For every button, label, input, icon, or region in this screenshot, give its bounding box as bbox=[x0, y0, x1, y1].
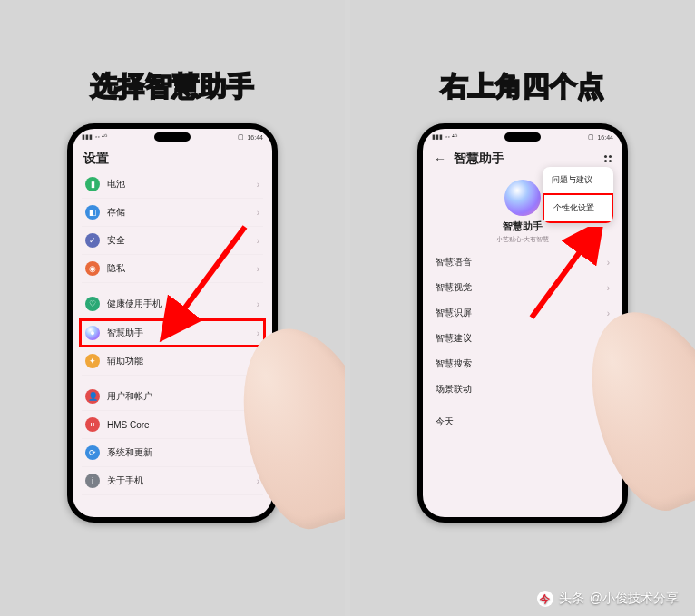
list-item-label: 辅助功能 bbox=[107, 355, 143, 367]
toutiao-logo-icon: 今 bbox=[537, 591, 553, 607]
list-item-label: HMS Core bbox=[107, 420, 150, 430]
list-item-scene[interactable]: 场景联动› bbox=[432, 376, 613, 402]
assistant-list: 智慧语音› 智慧视觉› 智慧识屏› 智慧建议› 智慧搜索› 场景联动› 今天› bbox=[423, 249, 622, 435]
list-item-label: 隐私 bbox=[107, 262, 125, 275]
caption-left: 选择智慧助手 bbox=[91, 68, 254, 105]
hms-icon: H bbox=[85, 417, 100, 432]
camera-notch bbox=[154, 132, 191, 142]
chevron-right-icon: › bbox=[257, 208, 259, 218]
list-item-suggestions[interactable]: 智慧建议› bbox=[432, 326, 613, 351]
caption-right: 右上角四个点 bbox=[441, 68, 604, 105]
list-item-accessibility[interactable]: ✦ 辅助功能 › bbox=[82, 347, 263, 376]
chevron-right-icon: › bbox=[257, 236, 259, 246]
overflow-menu: 问题与建议 个性化设置 bbox=[543, 167, 613, 223]
screen-left: ▮▮▮ ◦◦ ⁴ᴳ ▢16:44 设置 ▮ 电池 › ◧ 存储 › bbox=[73, 129, 272, 517]
phone-left: ▮▮▮ ◦◦ ⁴ᴳ ▢16:44 设置 ▮ 电池 › ◧ 存储 › bbox=[67, 123, 278, 523]
heart-icon: ♡ bbox=[85, 297, 100, 311]
update-icon: ⟳ bbox=[85, 445, 100, 460]
assistant-icon: ● bbox=[85, 326, 100, 340]
list-item-users[interactable]: 👤 用户和帐户 › bbox=[82, 383, 263, 411]
list-item-label: 电池 bbox=[107, 178, 125, 191]
list-item-ai-assistant[interactable]: ● 智慧助手 › bbox=[80, 319, 265, 347]
list-item-label: 用户和帐户 bbox=[107, 390, 152, 403]
list-item-label: 智慧助手 bbox=[107, 327, 143, 339]
list-item-label: 系统和更新 bbox=[107, 446, 152, 459]
list-item-about[interactable]: i 关于手机 › bbox=[82, 467, 263, 495]
chevron-right-icon: › bbox=[257, 328, 259, 338]
app-bar: 设置 bbox=[73, 145, 272, 171]
chevron-right-icon: › bbox=[257, 180, 259, 190]
info-icon: i bbox=[85, 474, 100, 488]
eye-icon: ◉ bbox=[85, 261, 100, 276]
battery-icon: ▢ bbox=[238, 133, 244, 141]
list-item-label: 智慧视觉 bbox=[436, 281, 472, 294]
list-item-system[interactable]: ⟳ 系统和更新 › bbox=[82, 439, 263, 467]
list-item-label: 今天 bbox=[436, 416, 454, 428]
storage-icon: ◧ bbox=[85, 205, 100, 220]
network-icon: ◦◦ ⁴ᴳ bbox=[95, 133, 107, 141]
list-item-storage[interactable]: ◧ 存储 › bbox=[82, 199, 263, 227]
list-item-vision[interactable]: 智慧视觉› bbox=[432, 275, 613, 300]
chevron-right-icon: › bbox=[607, 308, 610, 318]
list-item-health[interactable]: ♡ 健康使用手机 › bbox=[82, 290, 263, 318]
phone-right: ▮▮▮ ◦◦ ⁴ᴳ ▢16:44 ← 智慧助手 问题与建议 个性化设置 智慧助手 bbox=[417, 123, 628, 523]
chevron-right-icon: › bbox=[607, 283, 610, 293]
list-item-label: 智慧识屏 bbox=[436, 307, 472, 319]
shield-icon: ✓ bbox=[85, 233, 100, 248]
list-item-label: 关于手机 bbox=[107, 474, 143, 487]
hero-subtitle: 小艺贴心·大有智慧 bbox=[423, 235, 622, 244]
list-item-hms[interactable]: H HMS Core › bbox=[82, 411, 263, 439]
list-item-label: 存储 bbox=[107, 206, 125, 219]
list-item-today[interactable]: 今天› bbox=[432, 409, 613, 435]
right-panel: 右上角四个点 ▮▮▮ ◦◦ ⁴ᴳ ▢16:44 ← 智慧助手 问题与建议 个性化… bbox=[350, 0, 695, 616]
settings-list: ▮ 电池 › ◧ 存储 › ✓ 安全 › ◉ bbox=[73, 171, 272, 495]
clock: 16:44 bbox=[597, 134, 613, 141]
watermark-prefix: 头条 bbox=[559, 591, 584, 607]
list-item-label: 智慧语音 bbox=[436, 256, 472, 269]
list-item-security[interactable]: ✓ 安全 › bbox=[82, 227, 263, 255]
list-item-screen-recognition[interactable]: 智慧识屏› bbox=[432, 300, 613, 326]
menu-item-personalize[interactable]: 个性化设置 bbox=[543, 193, 613, 223]
chevron-right-icon: › bbox=[607, 258, 610, 268]
chevron-right-icon: › bbox=[257, 264, 259, 274]
list-item-battery[interactable]: ▮ 电池 › bbox=[82, 171, 263, 199]
user-icon: 👤 bbox=[85, 389, 100, 404]
accessibility-icon: ✦ bbox=[85, 354, 100, 368]
clock: 16:44 bbox=[247, 134, 263, 141]
watermark-handle: @小俊技术分享 bbox=[590, 591, 679, 607]
list-item-search[interactable]: 智慧搜索› bbox=[432, 351, 613, 376]
list-item-label: 智慧搜索 bbox=[436, 357, 472, 370]
back-button[interactable]: ← bbox=[434, 152, 446, 166]
signal-icon: ▮▮▮ bbox=[432, 133, 443, 141]
watermark: 今 头条 @小俊技术分享 bbox=[537, 591, 679, 607]
list-item-label: 场景联动 bbox=[436, 383, 472, 396]
camera-notch bbox=[504, 132, 541, 142]
assistant-orb-icon bbox=[504, 180, 541, 216]
list-item-label: 健康使用手机 bbox=[107, 298, 162, 310]
signal-icon: ▮▮▮ bbox=[82, 133, 93, 141]
chevron-right-icon: › bbox=[257, 299, 259, 309]
page-title: 智慧助手 bbox=[454, 151, 504, 167]
list-item-privacy[interactable]: ◉ 隐私 › bbox=[82, 255, 263, 283]
menu-item-feedback[interactable]: 问题与建议 bbox=[543, 167, 613, 193]
more-menu-button[interactable] bbox=[604, 155, 612, 162]
screen-right: ▮▮▮ ◦◦ ⁴ᴳ ▢16:44 ← 智慧助手 问题与建议 个性化设置 智慧助手 bbox=[423, 129, 622, 517]
battery-icon: ▢ bbox=[588, 133, 594, 141]
list-item-voice[interactable]: 智慧语音› bbox=[432, 249, 613, 275]
left-panel: 选择智慧助手 ▮▮▮ ◦◦ ⁴ᴳ ▢16:44 设置 ▮ 电池 › bbox=[0, 0, 345, 616]
list-item-label: 智慧建议 bbox=[436, 332, 472, 345]
page-title: 设置 bbox=[83, 151, 109, 167]
battery-icon: ▮ bbox=[85, 177, 100, 191]
network-icon: ◦◦ ⁴ᴳ bbox=[445, 133, 457, 141]
list-item-label: 安全 bbox=[107, 234, 125, 247]
